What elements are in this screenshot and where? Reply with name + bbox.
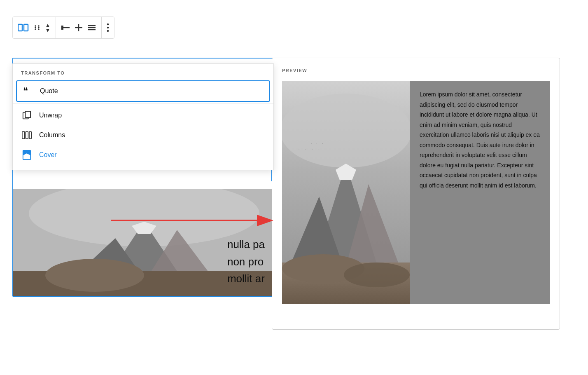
transform-panel: TRANSFORM TO ❝ Quote Unwrap	[12, 63, 274, 170]
toolbar-group-align	[56, 17, 102, 38]
align-left-icon[interactable]	[61, 24, 70, 31]
divider-1	[13, 103, 273, 104]
move-down-arrow[interactable]: ▼	[45, 28, 51, 33]
svg-rect-33	[29, 131, 31, 138]
transform-panel-header: TRANSFORM TO	[13, 64, 273, 79]
svg-point-16	[107, 27, 109, 28]
transform-item-columns[interactable]: Columns	[13, 125, 273, 145]
transform-item-cover[interactable]: Cover	[13, 145, 273, 165]
transform-item-unwrap[interactable]: Unwrap	[13, 105, 273, 125]
transform-item-quote[interactable]: ❝ Quote	[16, 80, 270, 102]
svg-point-46	[344, 262, 410, 287]
preview-cover-image: ` ` ` ` ` ` `	[282, 81, 410, 304]
svg-rect-1	[24, 24, 28, 31]
svg-point-2	[35, 25, 36, 27]
svg-rect-0	[18, 24, 22, 31]
svg-point-25	[45, 259, 144, 292]
svg-point-6	[35, 28, 36, 30]
editor-bottom-line3: mollit ar	[227, 270, 265, 288]
block-toolbar: ▲ ▼	[12, 16, 114, 39]
more-options-icon[interactable]	[107, 23, 109, 32]
transform-item-columns-label: Columns	[39, 131, 65, 139]
preview-cover-text: Lorem ipsum dolor sit amet, consectetur …	[410, 81, 550, 304]
svg-point-7	[38, 28, 40, 30]
toolbar-group-more	[102, 17, 114, 38]
svg-point-15	[107, 23, 109, 25]
cover-icon	[21, 149, 33, 161]
svg-rect-29	[25, 111, 30, 118]
editor-bottom-line1: nulla pa	[227, 236, 265, 253]
transform-item-quote-label: Quote	[40, 87, 58, 95]
columns-icon	[21, 129, 33, 141]
svg-point-39	[282, 94, 410, 168]
preview-panel-header: PREVIEW	[282, 68, 550, 73]
block-type-icon[interactable]	[18, 23, 29, 32]
preview-cover-block: ` ` ` ` ` ` ` Lorem ipsum dolor sit amet…	[282, 81, 550, 304]
svg-rect-32	[26, 131, 28, 138]
transform-item-cover-label: Cover	[39, 151, 57, 159]
unwrap-icon	[21, 110, 33, 121]
move-arrows[interactable]: ▲ ▼	[45, 23, 51, 33]
svg-point-4	[35, 27, 36, 28]
quote-icon: ❝	[22, 85, 33, 97]
editor-bottom-line2: non pro	[227, 253, 265, 271]
editor-bottom-text: nulla pa non pro mollit ar	[227, 236, 265, 288]
svg-text:` ` ` `: ` ` ` `	[74, 227, 93, 231]
svg-point-17	[107, 30, 109, 32]
svg-point-3	[38, 25, 40, 27]
svg-text:❝: ❝	[23, 87, 28, 95]
transform-item-unwrap-label: Unwrap	[39, 112, 62, 119]
align-center-icon[interactable]	[87, 24, 96, 31]
svg-text:` ` ` `: ` ` ` `	[299, 149, 322, 152]
svg-text:` ` `: ` ` `	[311, 143, 325, 145]
svg-rect-31	[22, 131, 25, 138]
preview-panel: PREVIEW	[272, 58, 560, 330]
toolbar-group-block: ▲ ▼	[13, 17, 56, 38]
svg-point-5	[38, 27, 40, 28]
drag-icon[interactable]	[33, 24, 41, 31]
svg-marker-35	[23, 150, 30, 155]
preview-lorem-text: Lorem ipsum dolor sit amet, consectetur …	[420, 91, 540, 189]
add-icon[interactable]	[74, 23, 83, 32]
